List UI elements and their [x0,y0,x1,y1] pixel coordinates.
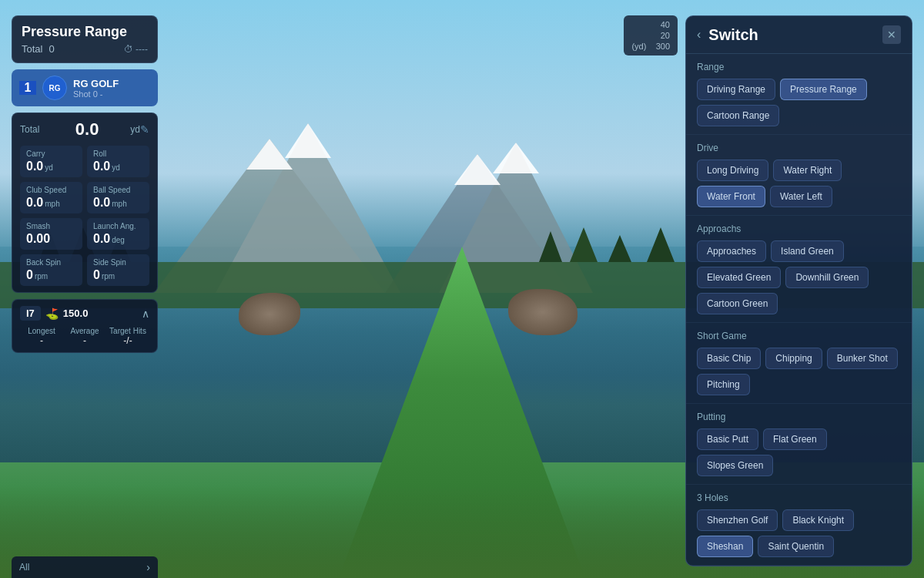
close-icon[interactable]: ✕ [882,25,901,44]
roll-unit: yd [112,163,120,172]
drive-section: Drive Long Driving Water Right Water Fro… [686,135,912,216]
switch-title: Switch [708,26,882,44]
longest-label: Longest [20,327,63,335]
water-front-button[interactable]: Water Front [697,186,765,207]
three-holes-section-title: 3 Holes [697,492,901,503]
club-speed-value: 0.0 [26,196,43,210]
three-holes-btn-grid: Shenzhen Golf Black Knight Sheshan Saint… [697,509,901,557]
average-value: - [63,335,106,346]
water-left-button[interactable]: Water Left [770,186,832,207]
left-panel: Pressure Range Total 0 ⏱ ---- 1 RG RG GO… [12,15,158,353]
pitching-button[interactable]: Pitching [697,374,750,395]
total-value: 0 [49,43,54,55]
player-avatar: RG [42,76,67,100]
ball-speed-stat: Ball Speed 0.0 mph [87,182,149,213]
saint-quentin-button[interactable]: Saint Quentin [758,536,834,557]
approachs-btn-grid: Approaches Island Green Elevated Green D… [697,240,901,314]
elevated-green-button[interactable]: Elevated Green [697,267,781,288]
carry-unit: yd [45,163,53,172]
average-stat: Average - [63,327,106,346]
club-speed-stat: Club Speed 0.0 mph [20,182,82,213]
smash-value: 0.00 [26,232,50,246]
cartoon-green-button[interactable]: Cartoon Green [697,293,778,314]
yardage-40: 40 [661,20,670,29]
sheshan-button[interactable]: Sheshan [697,536,753,557]
bottom-bar[interactable]: All › [12,556,158,578]
flat-green-button[interactable]: Flat Green [763,428,827,450]
club-speed-unit: mph [45,200,59,208]
player-info: RG GOLF Shot 0 - [73,78,150,99]
rock-right [508,289,578,335]
shenzhen-golf-button[interactable]: Shenzhen Golf [697,509,778,531]
roll-label: Roll [93,150,143,158]
svg-marker-6 [454,154,500,185]
side-spin-label: Side Spin [93,258,143,267]
approachs-section: Approachs Approaches Island Green Elevat… [686,216,912,323]
back-icon[interactable]: ‹ [697,28,701,42]
launch-ang-label: Launch Ang. [93,222,143,230]
side-spin-value: 0 [93,268,100,282]
side-spin-unit: rpm [102,272,115,281]
club-badge: I7 [20,306,41,321]
club-speed-label: Club Speed [26,186,76,194]
pressure-range-card: Pressure Range Total 0 ⏱ ---- [12,15,158,63]
ball-speed-unit: mph [112,200,126,208]
back-spin-value: 0 [26,268,33,282]
club-expand-icon[interactable]: ∧ [142,307,149,320]
stats-panel: Total 0.0 yd ✎ Carry 0.0 yd Roll 0.0 yd [12,113,158,293]
putting-section-title: Putting [697,412,901,422]
carry-stat: Carry 0.0 yd [20,146,82,177]
chipping-button[interactable]: Chipping [765,348,822,369]
drive-btn-grid: Long Driving Water Right Water Front Wat… [697,160,901,207]
range-btn-grid: Driving Range Pressure Range Cartoon Ran… [697,79,901,126]
black-knight-button[interactable]: Black Knight [782,509,854,531]
bottom-bar-label: All [19,562,146,573]
stats-total-unit: yd [130,124,140,135]
island-green-button[interactable]: Island Green [771,240,844,262]
slopes-green-button[interactable]: Slopes Green [697,455,773,476]
approaches-button[interactable]: Approaches [697,240,766,262]
total-label: Total [22,43,42,55]
downhill-green-button[interactable]: Downhill Green [785,267,869,288]
player-name: RG GOLF [73,78,150,89]
longest-value: - [20,335,63,346]
basic-chip-button[interactable]: Basic Chip [697,348,761,369]
svg-marker-7 [493,143,539,173]
edit-icon[interactable]: ✎ [140,123,149,136]
club-selector: I7 ⛳ 150.0 ∧ Longest - Average - Target … [12,299,158,353]
stats-total-label: Total [20,124,47,135]
svg-marker-2 [246,139,293,170]
cartoon-range-button[interactable]: Cartoon Range [697,105,779,126]
bottom-bar-arrow-icon: › [146,561,150,573]
svg-marker-13 [570,227,598,262]
ball-speed-value: 0.0 [93,196,110,210]
smash-stat: Smash 0.00 [20,218,82,250]
svg-marker-14 [608,235,631,262]
driving-range-button[interactable]: Driving Range [697,79,775,100]
club-stats-row: Longest - Average - Target Hits -/- [20,327,149,346]
water-right-button[interactable]: Water Right [773,160,842,181]
switch-panel: ‹ Switch ✕ Range Driving Range Pressure … [685,15,912,566]
longest-stat: Longest - [20,327,63,346]
rock-left [239,293,300,335]
three-holes-section: 3 Holes Shenzhen Golf Black Knight Shesh… [686,485,912,566]
average-label: Average [63,327,106,335]
club-distance: 150.0 [63,307,89,319]
drive-section-title: Drive [697,143,901,153]
carry-label: Carry [26,150,76,158]
launch-ang-value: 0.0 [93,232,110,246]
golf-club-icon: ⛳ [45,307,59,320]
long-driving-button[interactable]: Long Driving [697,160,768,181]
back-spin-stat: Back Spin 0 rpm [20,254,82,286]
bunker-shot-button[interactable]: Bunker Shot [827,348,898,369]
pressure-range-button[interactable]: Pressure Range [780,79,867,100]
svg-marker-3 [285,123,331,158]
smash-label: Smash [26,222,76,230]
yardage-20: 20 [661,31,670,40]
range-section-title: Range [697,62,901,72]
stats-total-value: 0.0 [47,119,127,139]
roll-value: 0.0 [93,160,110,173]
basic-putt-button[interactable]: Basic Putt [697,428,758,450]
stats-grid: Carry 0.0 yd Roll 0.0 yd Club Speed 0.0 … [20,146,149,286]
back-spin-label: Back Spin [26,258,76,267]
